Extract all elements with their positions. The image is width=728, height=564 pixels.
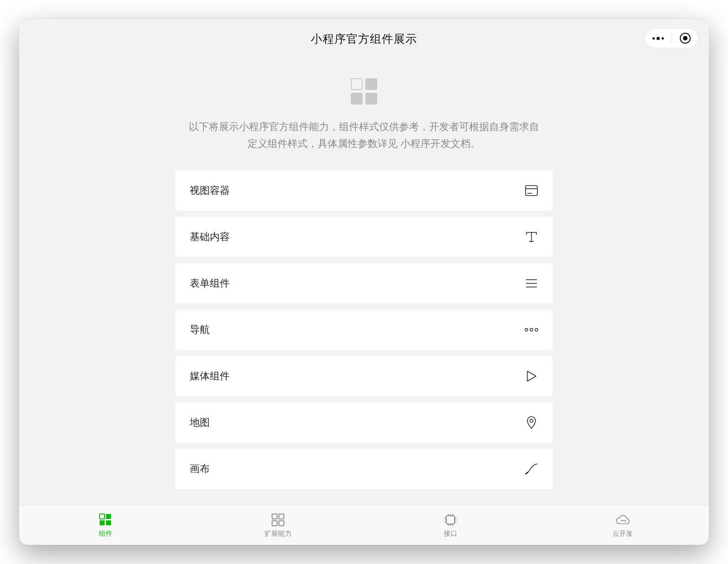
intro-text-part1: 以下将展示小程序官方组件能力，组件样式仅供参考，开发者可根据自身需求自定义组件样… [189, 121, 539, 149]
curve-icon [525, 462, 538, 476]
app-window: 小程序官方组件展示 以下将展示小程序官方组件能力，组件样式仅供参考，开发者可根据 [19, 19, 709, 545]
tab-label: 组件 [99, 529, 112, 538]
svg-rect-18 [106, 514, 111, 519]
text-icon [525, 230, 538, 244]
intro-text-part2: 。 [470, 138, 480, 149]
more-icon [652, 37, 664, 40]
target-icon [680, 33, 691, 44]
capsule-menu [644, 28, 699, 48]
svg-rect-23 [272, 521, 277, 526]
header: 小程序官方组件展示 [19, 19, 709, 51]
list-item-label: 基础内容 [190, 230, 230, 244]
extensions-icon [270, 512, 286, 528]
svg-point-11 [525, 328, 528, 331]
tab-api[interactable]: 接口 [364, 505, 536, 545]
play-icon [525, 369, 538, 383]
svg-rect-20 [106, 520, 111, 525]
components-hero-icon [351, 78, 377, 105]
svg-rect-22 [279, 514, 284, 519]
tab-components[interactable]: 组件 [19, 505, 192, 545]
tab-extensions[interactable]: 扩展能力 [192, 505, 364, 545]
doc-link[interactable]: 小程序开发文档 [400, 138, 470, 149]
list-item-label: 表单组件 [190, 277, 230, 290]
close-button[interactable] [672, 29, 699, 48]
tabbar: 组件 扩展能力 [19, 505, 709, 545]
page-title: 小程序官方组件展示 [311, 31, 417, 46]
card-icon [525, 184, 538, 197]
cloud-icon [615, 512, 631, 528]
svg-marker-14 [527, 371, 536, 381]
tab-label: 接口 [444, 529, 457, 538]
more-button[interactable] [645, 29, 672, 48]
list-item-label: 地图 [190, 416, 210, 429]
svg-rect-21 [272, 514, 277, 519]
list-item-navigation[interactable]: 导航 [175, 310, 553, 350]
list-item-label: 导航 [190, 323, 210, 337]
list-item-label: 画布 [190, 462, 210, 476]
tab-label: 扩展能力 [264, 529, 292, 538]
tab-label: 云开发 [612, 529, 633, 538]
components-icon [98, 512, 113, 528]
svg-rect-24 [279, 521, 284, 526]
svg-point-15 [530, 419, 533, 422]
list-item-view-container[interactable]: 视图容器 [175, 171, 553, 211]
dots-horizontal-icon [525, 323, 538, 337]
svg-point-13 [535, 328, 538, 331]
svg-point-12 [530, 328, 533, 331]
list-item-basic-content[interactable]: 基础内容 [175, 217, 553, 257]
svg-rect-19 [100, 520, 105, 525]
list-item-map[interactable]: 地图 [175, 403, 553, 443]
list-item-label: 视图容器 [190, 184, 230, 197]
list-item-label: 媒体组件 [190, 369, 230, 383]
list-lines-icon [525, 277, 538, 290]
svg-rect-0 [526, 186, 537, 196]
component-list: 视图容器 基础内容 [175, 171, 553, 489]
location-pin-icon [525, 416, 538, 429]
svg-rect-25 [446, 516, 455, 524]
api-icon [443, 512, 458, 528]
list-item-canvas[interactable]: 画布 [175, 449, 553, 489]
tab-cloud[interactable]: 云开发 [536, 505, 709, 545]
intro-text: 以下将展示小程序官方组件能力，组件样式仅供参考，开发者可根据自身需求自定义组件样… [187, 118, 541, 152]
list-item-form[interactable]: 表单组件 [175, 263, 553, 303]
svg-rect-17 [100, 514, 105, 519]
list-item-media[interactable]: 媒体组件 [175, 356, 553, 396]
main-content: 以下将展示小程序官方组件能力，组件样式仅供参考，开发者可根据自身需求自定义组件样… [19, 51, 709, 505]
